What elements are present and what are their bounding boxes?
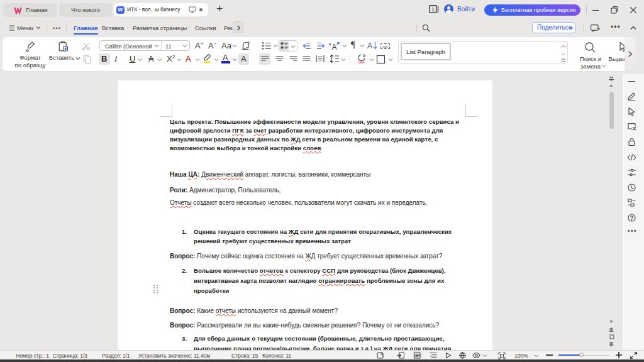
svg-text:1: 1 (431, 6, 435, 13)
svg-text:A: A (332, 43, 337, 52)
svg-text:А: А (367, 41, 372, 50)
